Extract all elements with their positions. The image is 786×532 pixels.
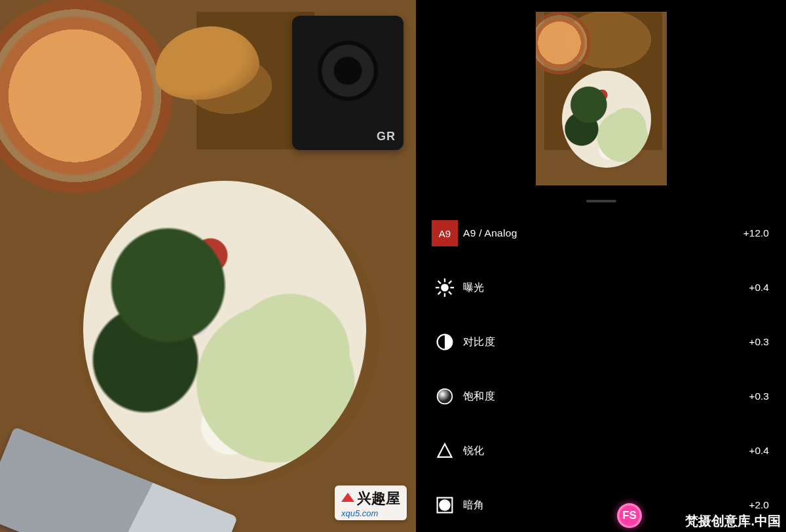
sharpen-label: 锐化 [463,444,749,458]
editor-panel: A9 A9 / Analog +12.0 曝光 +0.4 [416,0,786,532]
salad-plate [83,181,366,479]
watermark-text: 兴趣屋 [357,490,400,506]
filter-value: +12.0 [743,227,769,239]
exposure-value: +0.4 [749,282,769,294]
row-filter[interactable]: A9 A9 / Analog +12.0 [416,206,786,260]
svg-line-5 [438,281,441,284]
fs-badge-icon: FS [617,503,642,528]
adjustments-list[interactable]: A9 A9 / Analog +12.0 曝光 +0.4 [416,206,786,532]
svg-point-10 [438,389,453,404]
row-contrast[interactable]: 对比度 +0.3 [416,314,786,369]
svg-line-8 [438,292,441,294]
camera-prop [292,16,403,150]
saturation-value: +0.3 [749,390,769,402]
watermark-xingquwu: 兴趣屋 xqu5.com [335,485,407,520]
svg-point-12 [439,499,451,511]
vignette-icon [426,492,463,518]
svg-line-6 [449,292,451,294]
contrast-value: +0.3 [749,336,769,348]
filter-badge: A9 [432,220,458,246]
saturation-icon [426,383,463,409]
svg-point-0 [441,284,447,290]
app-root: 兴趣屋 xqu5.com A9 A9 / Analog +12.0 [0,0,786,532]
house-icon [341,493,354,502]
svg-line-7 [449,281,451,284]
sharpen-icon [426,438,463,464]
footer-watermark: 梵摄创意库.中国 [685,510,786,532]
row-sharpen[interactable]: 锐化 +0.4 [416,423,786,478]
drag-handle[interactable] [416,197,786,206]
contrast-icon [426,329,463,355]
exposure-label: 曝光 [463,281,749,295]
filter-label: A9 / Analog [463,227,743,239]
saturation-label: 饱和度 [463,390,749,404]
photo-pane-left: 兴趣屋 xqu5.com [0,0,416,532]
thumb-plate [562,71,651,168]
row-exposure[interactable]: 曝光 +0.4 [416,260,786,314]
exposure-icon [426,275,463,301]
contrast-label: 对比度 [463,335,749,349]
row-saturation[interactable]: 饱和度 +0.3 [416,369,786,423]
preview-area[interactable] [416,0,786,197]
filter-badge-icon: A9 [426,220,463,246]
sharpen-value: +0.4 [749,445,769,457]
watermark-url: xqu5.com [341,508,400,518]
preview-thumbnail[interactable] [536,12,667,185]
